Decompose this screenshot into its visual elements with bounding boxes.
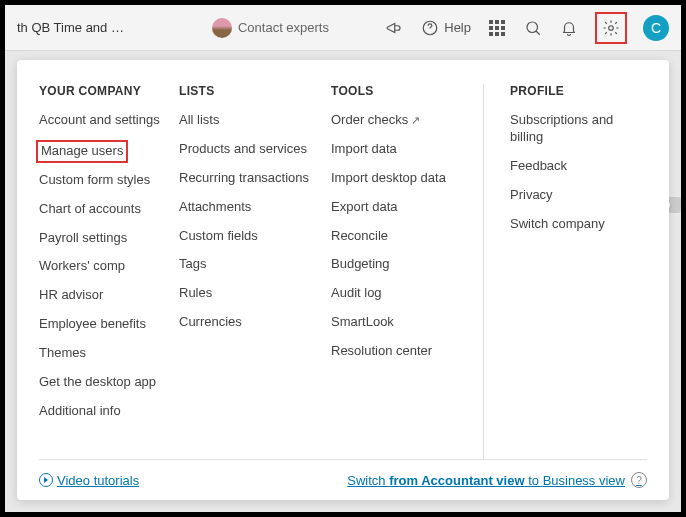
item-additional-info[interactable]: Additional info	[39, 403, 179, 420]
item-export-data[interactable]: Export data	[331, 199, 483, 216]
column-header-profile: PROFILE	[510, 84, 643, 98]
switch-prefix: Switch	[347, 473, 389, 488]
item-hr-advisor[interactable]: HR advisor	[39, 287, 179, 304]
column-tools: TOOLS Order checks↗ Import data Import d…	[331, 84, 483, 459]
item-products-services[interactable]: Products and services	[179, 141, 331, 158]
column-your-company: YOUR COMPANY Account and settings Manage…	[39, 84, 179, 459]
megaphone-icon[interactable]	[384, 18, 404, 38]
apps-icon[interactable]	[487, 18, 507, 38]
bell-icon[interactable]	[559, 18, 579, 38]
contact-experts-label: Contact experts	[238, 20, 329, 35]
item-import-desktop-data[interactable]: Import desktop data	[331, 170, 483, 187]
item-manage-users[interactable]: Manage users	[39, 143, 125, 160]
item-account-and-settings[interactable]: Account and settings	[39, 112, 179, 129]
user-avatar[interactable]: C	[643, 15, 669, 41]
item-import-data[interactable]: Import data	[331, 141, 483, 158]
item-switch-company[interactable]: Switch company	[510, 216, 643, 233]
item-feedback[interactable]: Feedback	[510, 158, 643, 175]
item-privacy[interactable]: Privacy	[510, 187, 643, 204]
item-resolution-center[interactable]: Resolution center	[331, 343, 483, 360]
gear-icon[interactable]	[601, 18, 621, 38]
column-header-company: YOUR COMPANY	[39, 84, 179, 98]
item-custom-fields[interactable]: Custom fields	[179, 228, 331, 245]
switch-mid: to	[525, 473, 543, 488]
settings-highlight	[595, 12, 627, 44]
help-button[interactable]: Help	[420, 18, 471, 38]
item-audit-log[interactable]: Audit log	[331, 285, 483, 302]
item-attachments[interactable]: Attachments	[179, 199, 331, 216]
search-icon[interactable]	[523, 18, 543, 38]
column-header-lists: LISTS	[179, 84, 331, 98]
contact-experts[interactable]: Contact experts	[212, 18, 329, 38]
expert-avatar-icon	[212, 18, 232, 38]
page-title: th QB Time and …	[17, 20, 124, 35]
external-link-icon: ↗	[411, 114, 420, 126]
help-icon	[420, 18, 440, 38]
avatar-letter: C	[651, 20, 661, 36]
item-workers-comp[interactable]: Workers' comp	[39, 258, 179, 275]
panel-footer: Video tutorials Switch from Accountant v…	[39, 459, 647, 488]
item-currencies[interactable]: Currencies	[179, 314, 331, 331]
video-tutorials-label: Video tutorials	[57, 473, 139, 488]
switch-from: from Accountant view	[389, 473, 524, 488]
item-custom-form-styles[interactable]: Custom form styles	[39, 172, 179, 189]
item-order-checks[interactable]: Order checks↗	[331, 112, 483, 129]
item-budgeting[interactable]: Budgeting	[331, 256, 483, 273]
item-chart-of-accounts[interactable]: Chart of accounts	[39, 201, 179, 218]
item-recurring-transactions[interactable]: Recurring transactions	[179, 170, 331, 187]
switch-to: Business view	[543, 473, 625, 488]
help-label: Help	[444, 20, 471, 35]
item-payroll-settings[interactable]: Payroll settings	[39, 230, 179, 247]
settings-panel: YOUR COMPANY Account and settings Manage…	[17, 60, 669, 500]
item-employee-benefits[interactable]: Employee benefits	[39, 316, 179, 333]
item-subscriptions-billing[interactable]: Subscriptions and billing	[510, 112, 643, 146]
svg-point-1	[527, 22, 538, 33]
item-reconcile[interactable]: Reconcile	[331, 228, 483, 245]
item-tags[interactable]: Tags	[179, 256, 331, 273]
item-rules[interactable]: Rules	[179, 285, 331, 302]
column-header-tools: TOOLS	[331, 84, 483, 98]
item-themes[interactable]: Themes	[39, 345, 179, 362]
item-smartlook[interactable]: SmartLook	[331, 314, 483, 331]
svg-point-2	[609, 25, 614, 30]
switch-view-link[interactable]: Switch from Accountant view to Business …	[347, 472, 647, 488]
column-lists: LISTS All lists Products and services Re…	[179, 84, 331, 459]
video-tutorials-link[interactable]: Video tutorials	[39, 473, 139, 488]
order-checks-label: Order checks	[331, 112, 408, 127]
item-get-desktop-app[interactable]: Get the desktop app	[39, 374, 179, 391]
play-icon	[39, 473, 53, 487]
top-bar: th QB Time and … Contact experts Help	[5, 5, 681, 51]
help-circle-icon[interactable]: ?	[631, 472, 647, 488]
column-profile: PROFILE Subscriptions and billing Feedba…	[483, 84, 643, 459]
item-all-lists[interactable]: All lists	[179, 112, 331, 129]
